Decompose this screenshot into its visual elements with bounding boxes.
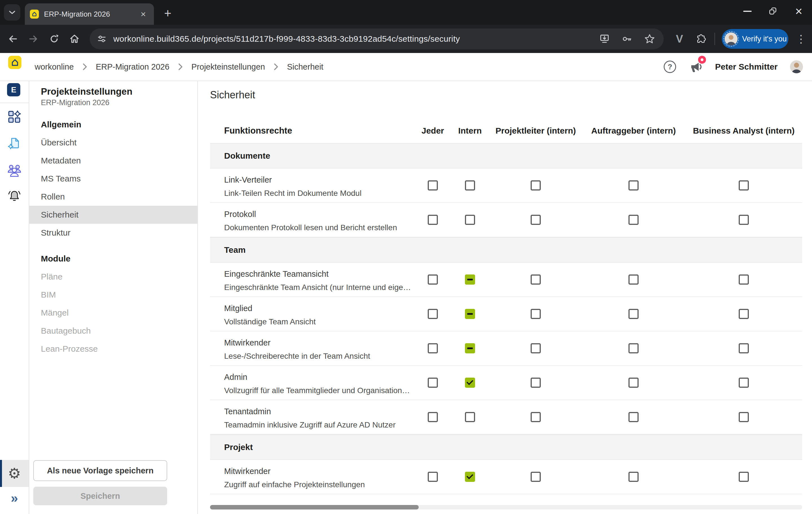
sidebar-item-ms-teams[interactable]: MS Teams: [29, 170, 197, 188]
sidebar-item-lean-prozesse[interactable]: Lean-Prozesse: [29, 340, 197, 358]
documents-nav-button[interactable]: [0, 137, 29, 150]
window-close-button[interactable]: ×: [790, 0, 807, 23]
checkbox-unchecked[interactable]: [629, 309, 639, 319]
checkbox-unchecked[interactable]: [629, 215, 639, 225]
verify-identity-button[interactable]: Verify it's you: [722, 29, 788, 49]
workonline-logo[interactable]: [8, 56, 22, 69]
help-icon[interactable]: ?: [664, 61, 676, 73]
browser-menu-icon[interactable]: ⋮: [794, 25, 808, 53]
page-title: Sicherheit: [210, 89, 255, 101]
checkbox-unchecked[interactable]: [531, 309, 541, 319]
home-button[interactable]: [66, 25, 83, 53]
checkbox-unchecked[interactable]: [531, 180, 541, 190]
checkbox-unchecked[interactable]: [428, 309, 438, 319]
checkbox-indeterminate[interactable]: [465, 309, 475, 319]
sidebar-item-m-ngel[interactable]: Mängel: [29, 304, 197, 322]
checkbox-unchecked[interactable]: [465, 180, 475, 190]
sidebar-item-bautagebuch[interactable]: Bautagebuch: [29, 322, 197, 340]
checkbox-unchecked[interactable]: [531, 343, 541, 353]
reload-button[interactable]: [46, 25, 63, 53]
checkbox-unchecked[interactable]: [629, 180, 639, 190]
checkbox-unchecked[interactable]: [739, 343, 749, 353]
tab-search-button[interactable]: [4, 4, 20, 21]
checkbox-unchecked[interactable]: [531, 274, 541, 284]
notifications-nav-button[interactable]: [0, 189, 29, 203]
checkbox-indeterminate[interactable]: [465, 343, 475, 353]
sidebar-item-metadaten[interactable]: Metadaten: [29, 152, 197, 170]
forward-button[interactable]: [25, 25, 42, 53]
breadcrumb-project[interactable]: ERP-Migration 2026: [96, 62, 170, 71]
save-as-template-button[interactable]: Als neue Vorlage speichern: [33, 460, 167, 481]
checkbox-unchecked[interactable]: [531, 215, 541, 225]
sidebar-item-pl-ne[interactable]: Pläne: [29, 268, 197, 286]
bookmark-star-icon[interactable]: [644, 33, 655, 44]
password-key-icon[interactable]: [621, 33, 633, 44]
checkbox-unchecked[interactable]: [428, 274, 438, 284]
horizontal-scrollbar[interactable]: [210, 505, 802, 510]
column-header-4: Auftraggeber (intern): [591, 126, 676, 135]
column-header-2: Intern: [458, 126, 482, 135]
window-minimize-button[interactable]: [739, 0, 756, 23]
person-photo-icon: [725, 32, 737, 46]
checkbox-checked[interactable]: [465, 472, 475, 482]
sidebar-item-bim[interactable]: BIM: [29, 286, 197, 304]
url-text[interactable]: workonline.build365.de/projects/511d217b…: [113, 34, 599, 44]
checkbox-unchecked[interactable]: [739, 472, 749, 482]
extensions-puzzle-icon[interactable]: [694, 25, 708, 53]
back-button[interactable]: [4, 25, 22, 53]
expand-rail-button[interactable]: »: [0, 490, 29, 506]
checkbox-unchecked[interactable]: [739, 180, 749, 190]
checkbox-unchecked[interactable]: [428, 343, 438, 353]
dashboard-nav-button[interactable]: [0, 110, 29, 124]
breadcrumb-security[interactable]: Sicherheit: [287, 62, 323, 71]
announcements-button[interactable]: [689, 60, 703, 74]
people-icon: [7, 163, 22, 177]
team-nav-button[interactable]: [0, 163, 29, 177]
checkbox-unchecked[interactable]: [739, 309, 749, 319]
user-name: Peter Schmitter: [715, 62, 778, 71]
window-restore-button[interactable]: [764, 0, 781, 23]
url-bar[interactable]: workonline.build365.de/projects/511d217b…: [90, 28, 664, 49]
checkbox-indeterminate[interactable]: [465, 274, 475, 284]
checkbox-unchecked[interactable]: [629, 412, 639, 422]
checkbox-unchecked[interactable]: [465, 215, 475, 225]
scrollbar-thumb[interactable]: [210, 505, 419, 510]
sidebar-item-struktur[interactable]: Struktur: [29, 224, 197, 242]
checkbox-unchecked[interactable]: [465, 412, 475, 422]
checkbox-unchecked[interactable]: [629, 377, 639, 388]
extension-v-icon[interactable]: V: [673, 25, 686, 53]
column-header-3: Projektleiter (intern): [495, 126, 576, 135]
install-app-icon[interactable]: [599, 33, 610, 44]
sidebar-item--bersicht[interactable]: Übersicht: [29, 133, 197, 152]
browser-tab[interactable]: ERP-Migration 2026 ×: [25, 3, 154, 25]
project-avatar[interactable]: E: [7, 83, 20, 96]
checkbox-unchecked[interactable]: [428, 377, 438, 388]
site-settings-icon[interactable]: [97, 34, 107, 44]
checkbox-checked[interactable]: [465, 377, 475, 388]
checkbox-unchecked[interactable]: [629, 472, 639, 482]
checkbox-unchecked[interactable]: [428, 412, 438, 422]
new-tab-button[interactable]: +: [160, 6, 175, 21]
tab-close-icon[interactable]: ×: [138, 9, 149, 20]
table-row: Eingeschränkte TeamansichtEingeschränkte…: [210, 263, 802, 297]
checkbox-unchecked[interactable]: [531, 412, 541, 422]
checkbox-unchecked[interactable]: [739, 274, 749, 284]
checkbox-unchecked[interactable]: [739, 377, 749, 388]
checkbox-unchecked[interactable]: [629, 274, 639, 284]
checkbox-unchecked[interactable]: [428, 215, 438, 225]
sidebar-item-rollen[interactable]: Rollen: [29, 188, 197, 206]
breadcrumb-settings[interactable]: Projekteinstellungen: [192, 62, 265, 71]
checkbox-unchecked[interactable]: [629, 343, 639, 353]
checkbox-unchecked[interactable]: [428, 180, 438, 190]
sidebar-item-sicherheit[interactable]: Sicherheit: [29, 206, 197, 224]
breadcrumb-workonline[interactable]: workonline: [35, 62, 74, 71]
user-avatar[interactable]: [790, 60, 803, 73]
save-button[interactable]: Speichern: [33, 487, 167, 505]
settings-nav-active[interactable]: ⚙: [0, 460, 29, 487]
checkbox-unchecked[interactable]: [739, 215, 749, 225]
browser-tabstrip: ERP-Migration 2026 × + ×: [0, 0, 812, 25]
checkbox-unchecked[interactable]: [428, 472, 438, 482]
checkbox-unchecked[interactable]: [739, 412, 749, 422]
checkbox-unchecked[interactable]: [531, 377, 541, 388]
checkbox-unchecked[interactable]: [531, 472, 541, 482]
